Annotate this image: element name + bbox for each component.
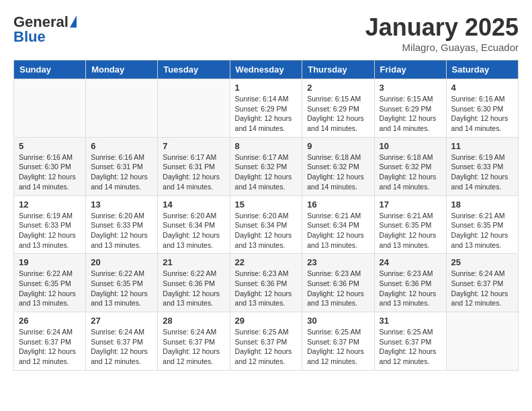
day-info: Sunrise: 6:14 AM Sunset: 6:29 PM Dayligh… [235,94,298,134]
day-number: 5 [19,141,81,151]
calendar-cell: 5Sunrise: 6:16 AM Sunset: 6:30 PM Daylig… [14,137,86,195]
day-info: Sunrise: 6:16 AM Sunset: 6:30 PM Dayligh… [19,152,81,192]
calendar-cell: 2Sunrise: 6:15 AM Sunset: 6:29 PM Daylig… [302,79,374,138]
day-number: 25 [451,257,513,267]
day-info: Sunrise: 6:18 AM Sunset: 6:32 PM Dayligh… [307,152,369,192]
calendar-cell: 22Sunrise: 6:23 AM Sunset: 6:36 PM Dayli… [230,254,302,312]
day-number: 22 [235,257,298,267]
day-number: 6 [91,141,152,151]
day-number: 24 [380,257,441,267]
day-info: Sunrise: 6:20 AM Sunset: 6:34 PM Dayligh… [235,211,298,250]
day-number: 13 [91,199,152,210]
day-info: Sunrise: 6:18 AM Sunset: 6:32 PM Dayligh… [380,152,441,192]
month-title: January 2025 [365,13,519,42]
day-number: 12 [19,199,81,210]
day-number: 16 [307,199,369,210]
calendar-header-sunday: Sunday [14,60,86,79]
calendar-cell: 30Sunrise: 6:25 AM Sunset: 6:37 PM Dayli… [302,312,374,371]
calendar-cell: 20Sunrise: 6:22 AM Sunset: 6:35 PM Dayli… [86,254,158,312]
day-number: 1 [235,83,298,93]
day-info: Sunrise: 6:17 AM Sunset: 6:32 PM Dayligh… [235,152,298,192]
day-number: 2 [307,83,369,93]
day-info: Sunrise: 6:22 AM Sunset: 6:35 PM Dayligh… [91,269,152,308]
day-info: Sunrise: 6:22 AM Sunset: 6:35 PM Dayligh… [19,269,81,308]
day-info: Sunrise: 6:25 AM Sunset: 6:37 PM Dayligh… [307,327,369,367]
calendar-cell: 3Sunrise: 6:15 AM Sunset: 6:29 PM Daylig… [374,79,446,138]
day-number: 7 [163,141,224,151]
calendar-cell: 17Sunrise: 6:21 AM Sunset: 6:35 PM Dayli… [374,195,446,254]
day-number: 14 [163,199,224,210]
calendar-cell: 15Sunrise: 6:20 AM Sunset: 6:34 PM Dayli… [230,195,302,254]
logo-blue-text: Blue [13,28,46,46]
day-number: 4 [451,83,513,93]
day-number: 21 [163,257,224,267]
calendar-cell: 21Sunrise: 6:22 AM Sunset: 6:36 PM Dayli… [158,254,230,312]
calendar-header-wednesday: Wednesday [230,60,302,79]
logo-triangle-icon [70,15,77,28]
calendar-week-row: 26Sunrise: 6:24 AM Sunset: 6:37 PM Dayli… [14,312,519,371]
day-info: Sunrise: 6:24 AM Sunset: 6:37 PM Dayligh… [91,327,152,367]
day-info: Sunrise: 6:20 AM Sunset: 6:34 PM Dayligh… [163,211,224,250]
day-info: Sunrise: 6:19 AM Sunset: 6:33 PM Dayligh… [19,211,81,250]
day-info: Sunrise: 6:22 AM Sunset: 6:36 PM Dayligh… [163,269,224,308]
calendar-cell: 9Sunrise: 6:18 AM Sunset: 6:32 PM Daylig… [302,137,374,195]
calendar-cell: 7Sunrise: 6:17 AM Sunset: 6:31 PM Daylig… [158,137,230,195]
calendar-header-thursday: Thursday [302,60,374,79]
day-info: Sunrise: 6:20 AM Sunset: 6:33 PM Dayligh… [91,211,152,250]
day-info: Sunrise: 6:24 AM Sunset: 6:37 PM Dayligh… [19,327,81,367]
day-number: 15 [235,199,298,210]
calendar-cell: 31Sunrise: 6:25 AM Sunset: 6:37 PM Dayli… [374,312,446,371]
day-number: 26 [19,316,81,326]
calendar-cell: 23Sunrise: 6:23 AM Sunset: 6:36 PM Dayli… [302,254,374,312]
day-number: 18 [451,199,513,210]
calendar-cell: 28Sunrise: 6:24 AM Sunset: 6:37 PM Dayli… [158,312,230,371]
day-info: Sunrise: 6:24 AM Sunset: 6:37 PM Dayligh… [451,269,513,308]
day-number: 29 [235,316,298,326]
day-info: Sunrise: 6:23 AM Sunset: 6:36 PM Dayligh… [235,269,298,308]
title-block: January 2025 Milagro, Guayas, Ecuador [365,13,519,53]
calendar-cell: 12Sunrise: 6:19 AM Sunset: 6:33 PM Dayli… [14,195,86,254]
calendar-cell: 24Sunrise: 6:23 AM Sunset: 6:36 PM Dayli… [374,254,446,312]
day-info: Sunrise: 6:21 AM Sunset: 6:35 PM Dayligh… [380,211,441,250]
day-info: Sunrise: 6:19 AM Sunset: 6:33 PM Dayligh… [451,152,513,192]
day-number: 19 [19,257,81,267]
logo: General Blue [13,13,77,46]
day-number: 17 [380,199,441,210]
calendar-week-row: 19Sunrise: 6:22 AM Sunset: 6:35 PM Dayli… [14,254,519,312]
calendar-cell: 6Sunrise: 6:16 AM Sunset: 6:31 PM Daylig… [86,137,158,195]
day-info: Sunrise: 6:25 AM Sunset: 6:37 PM Dayligh… [235,327,298,367]
day-info: Sunrise: 6:21 AM Sunset: 6:34 PM Dayligh… [307,211,369,250]
day-number: 30 [307,316,369,326]
calendar-cell: 1Sunrise: 6:14 AM Sunset: 6:29 PM Daylig… [230,79,302,138]
day-info: Sunrise: 6:15 AM Sunset: 6:29 PM Dayligh… [380,94,441,134]
location-text: Milagro, Guayas, Ecuador [365,42,519,53]
calendar-cell: 13Sunrise: 6:20 AM Sunset: 6:33 PM Dayli… [86,195,158,254]
day-number: 27 [91,316,152,326]
day-number: 9 [307,141,369,151]
calendar-cell: 26Sunrise: 6:24 AM Sunset: 6:37 PM Dayli… [14,312,86,371]
day-info: Sunrise: 6:21 AM Sunset: 6:35 PM Dayligh… [451,211,513,250]
calendar-cell: 25Sunrise: 6:24 AM Sunset: 6:37 PM Dayli… [446,254,518,312]
calendar-cell: 11Sunrise: 6:19 AM Sunset: 6:33 PM Dayli… [446,137,518,195]
day-info: Sunrise: 6:16 AM Sunset: 6:31 PM Dayligh… [91,152,152,192]
calendar-cell: 10Sunrise: 6:18 AM Sunset: 6:32 PM Dayli… [374,137,446,195]
calendar-cell: 19Sunrise: 6:22 AM Sunset: 6:35 PM Dayli… [14,254,86,312]
day-info: Sunrise: 6:25 AM Sunset: 6:37 PM Dayligh… [380,327,441,367]
calendar-week-row: 1Sunrise: 6:14 AM Sunset: 6:29 PM Daylig… [14,79,519,138]
day-info: Sunrise: 6:16 AM Sunset: 6:30 PM Dayligh… [451,94,513,134]
calendar-cell: 27Sunrise: 6:24 AM Sunset: 6:37 PM Dayli… [86,312,158,371]
calendar-cell: 16Sunrise: 6:21 AM Sunset: 6:34 PM Dayli… [302,195,374,254]
calendar-header-friday: Friday [374,60,446,79]
calendar-week-row: 12Sunrise: 6:19 AM Sunset: 6:33 PM Dayli… [14,195,519,254]
calendar-week-row: 5Sunrise: 6:16 AM Sunset: 6:30 PM Daylig… [14,137,519,195]
calendar-cell: 29Sunrise: 6:25 AM Sunset: 6:37 PM Dayli… [230,312,302,371]
calendar-header-monday: Monday [86,60,158,79]
page-header: General Blue January 2025 Milagro, Guaya… [13,13,519,53]
day-info: Sunrise: 6:15 AM Sunset: 6:29 PM Dayligh… [307,94,369,134]
day-info: Sunrise: 6:17 AM Sunset: 6:31 PM Dayligh… [163,152,224,192]
calendar-cell [14,79,86,138]
day-number: 11 [451,141,513,151]
calendar-header-row: SundayMondayTuesdayWednesdayThursdayFrid… [14,60,519,79]
calendar-table: SundayMondayTuesdayWednesdayThursdayFrid… [13,60,519,371]
calendar-cell: 14Sunrise: 6:20 AM Sunset: 6:34 PM Dayli… [158,195,230,254]
